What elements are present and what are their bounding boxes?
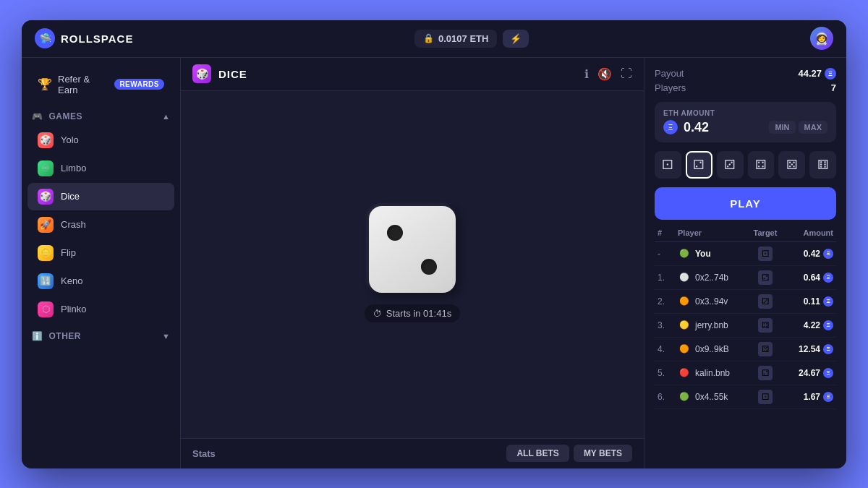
amount-text: 0.11 xyxy=(804,296,820,307)
player-avatar: 🟢 xyxy=(678,390,691,403)
eth-tiny-icon: Ξ xyxy=(823,368,833,378)
sidebar-item-flip[interactable]: 🪙 Flip xyxy=(27,239,174,267)
gamepad-icon: 🎮 xyxy=(32,111,43,121)
dice-display: ⏱ Starts in 01:41s xyxy=(365,206,460,322)
dice-option-1[interactable]: ⚀ xyxy=(655,151,681,179)
target-cell: ⚀ xyxy=(744,390,787,404)
my-bets-button[interactable]: MY BETS xyxy=(574,445,632,462)
max-button[interactable]: MAX xyxy=(799,121,827,134)
eth-tiny-icon: Ξ xyxy=(823,320,833,330)
target-cell: ⚁ xyxy=(744,366,787,380)
col-amount: Amount xyxy=(790,228,833,237)
row-num: 4. xyxy=(658,344,675,354)
amount-cell: 1.67 Ξ xyxy=(790,392,833,402)
row-num: 2. xyxy=(658,296,675,307)
col-target: Target xyxy=(744,228,787,237)
sidebar-item-dice[interactable]: 🎲 Dice xyxy=(27,183,174,210)
plinko-icon: ⬡ xyxy=(38,301,54,317)
player-cell: ⚪ 0x2..74b xyxy=(678,271,741,284)
timer-text: Starts in 01:41s xyxy=(386,308,451,319)
logo-icon: 🛸 xyxy=(35,28,55,48)
dice-face xyxy=(369,206,456,293)
table-row: 2. 🟠 0x3..94v ⚂ 0.11 Ξ xyxy=(655,290,836,314)
info-button[interactable]: ℹ xyxy=(584,67,589,81)
amount-eth-icon: Ξ xyxy=(663,120,678,134)
player-avatar: 🔴 xyxy=(678,367,691,380)
limbo-label: Limbo xyxy=(61,163,86,174)
player-avatar: 🟢 xyxy=(678,247,691,260)
dice-mini: ⚀ xyxy=(758,247,773,261)
dice-label: Dice xyxy=(61,191,80,202)
table-row: 1. ⚪ 0x2..74b ⚁ 0.64 Ξ xyxy=(655,266,836,290)
avatar[interactable]: 🧑‍🚀 xyxy=(810,27,833,50)
dice-option-6[interactable]: ⚅ xyxy=(809,151,836,179)
other-section-header[interactable]: ℹ️ OTHER ▼ xyxy=(22,324,180,346)
amount-text: 1.67 xyxy=(804,392,820,402)
game-canvas: ⏱ Starts in 01:41s xyxy=(181,91,644,438)
payout-info: Payout 44.27 Ξ Players 7 xyxy=(655,68,836,93)
dice-mini: ⚀ xyxy=(758,390,773,404)
sidebar-item-yolo[interactable]: 🎲 Yolo xyxy=(27,127,174,154)
app-window: 🛸 ROLLSPACE 🔒 0.0107 ETH ⚡ 🧑‍🚀 🏆 Refer &… xyxy=(22,20,846,468)
target-cell: ⚁ xyxy=(744,270,787,285)
payout-label: Payout xyxy=(655,68,684,79)
info-icon: ℹ️ xyxy=(32,331,43,341)
dice-option-3[interactable]: ⚂ xyxy=(717,151,744,179)
mute-button[interactable]: 🔇 xyxy=(597,67,612,81)
player-cell: 🟢 You xyxy=(678,247,741,260)
fullscreen-button[interactable]: ⛶ xyxy=(621,67,632,80)
play-button[interactable]: PLAY xyxy=(655,187,836,220)
table-rows: - 🟢 You ⚀ 0.42 Ξ 1. ⚪ 0x2..74b ⚁ 0.64 Ξ … xyxy=(655,242,836,409)
dice-option-5[interactable]: ⚄ xyxy=(778,151,805,179)
game-title: DICE xyxy=(218,68,247,80)
wallet-button[interactable]: ⚡ xyxy=(503,30,529,48)
row-num: 3. xyxy=(658,320,675,330)
amount-cell: 24.67 Ξ xyxy=(790,368,833,378)
stats-label: Stats xyxy=(192,448,216,459)
yolo-icon: 🎲 xyxy=(38,132,54,148)
amount-cell: 0.11 Ξ xyxy=(790,296,833,307)
row-num: - xyxy=(658,249,675,259)
refer-earn-text: Refer & Earn xyxy=(58,74,109,95)
amount-input-area: Ξ 0.42 xyxy=(663,120,709,135)
bets-buttons: ALL BETS MY BETS xyxy=(506,445,632,462)
row-num: 6. xyxy=(658,392,675,402)
sidebar-item-crash[interactable]: 🚀 Crash xyxy=(27,211,174,239)
player-avatar: 🟠 xyxy=(678,295,691,308)
payout-eth-icon: Ξ xyxy=(825,68,836,80)
right-panel: Payout 44.27 Ξ Players 7 ETH AMOUNT Ξ 0. xyxy=(644,58,846,468)
amount-value[interactable]: 0.42 xyxy=(684,120,709,135)
refer-earn-item[interactable]: 🏆 Refer & Earn REWARDS xyxy=(27,68,174,101)
amount-row: Ξ 0.42 MIN MAX xyxy=(663,120,827,135)
dice-dot-2 xyxy=(421,259,437,275)
sidebar-item-keno[interactable]: 🔢 Keno xyxy=(27,267,174,295)
player-avatar: ⚪ xyxy=(678,271,691,284)
players-label: Players xyxy=(655,82,686,93)
logo-text: ROLLSPACE xyxy=(61,33,133,45)
table-row: 6. 🟢 0x4..55k ⚀ 1.67 Ξ xyxy=(655,385,836,409)
rewards-badge: REWARDS xyxy=(114,79,164,90)
players-table: # Player Target Amount - 🟢 You ⚀ 0.42 Ξ … xyxy=(655,228,836,458)
dice-option-2[interactable]: ⚁ xyxy=(686,151,712,179)
sidebar-item-plinko[interactable]: ⬡ Plinko xyxy=(27,296,174,323)
trophy-icon: 🏆 xyxy=(38,77,52,91)
game-title-icon: 🎲 xyxy=(192,64,211,83)
dice-mini: ⚄ xyxy=(758,342,773,356)
keno-icon: 🔢 xyxy=(38,273,54,289)
all-bets-button[interactable]: ALL BETS xyxy=(506,445,569,462)
player-cell: 🟡 jerry.bnb xyxy=(678,319,741,332)
logo-area: 🛸 ROLLSPACE xyxy=(35,28,133,48)
sidebar-item-limbo[interactable]: ♾ Limbo xyxy=(27,155,174,182)
dice-option-4[interactable]: ⚃ xyxy=(748,151,775,179)
header-center: 🔒 0.0107 ETH ⚡ xyxy=(414,30,529,48)
crash-icon: 🚀 xyxy=(38,217,54,233)
player-name: 0x9..9kB xyxy=(695,344,729,354)
games-section-header[interactable]: 🎮 GAMES ▲ xyxy=(22,104,180,126)
dice-mini: ⚃ xyxy=(758,318,773,333)
player-avatar: 🟡 xyxy=(678,319,691,332)
table-row: 4. 🟠 0x9..9kB ⚄ 12.54 Ξ xyxy=(655,338,836,361)
games-list: 🎲 Yolo ♾ Limbo 🎲 Dice 🚀 Crash 🪙 Flip 🔢 K… xyxy=(22,127,180,323)
sidebar: 🏆 Refer & Earn REWARDS 🎮 GAMES ▲ 🎲 Yolo … xyxy=(22,58,181,468)
min-button[interactable]: MIN xyxy=(769,121,795,134)
content-area: 🎲 DICE ℹ 🔇 ⛶ xyxy=(181,58,644,468)
